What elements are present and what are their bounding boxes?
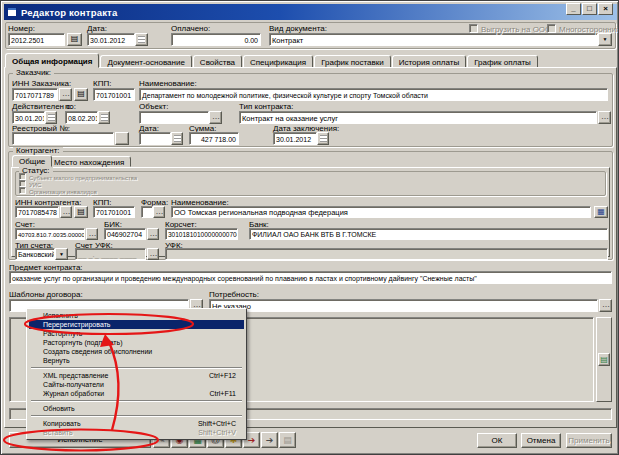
contractor-kpp-field[interactable]: 701701001 bbox=[93, 206, 135, 218]
doc-type-dropdown-button[interactable] bbox=[598, 33, 612, 46]
doc-type-combobox[interactable]: Контракт bbox=[269, 33, 598, 46]
date-label: Дата: bbox=[87, 25, 107, 33]
sum-field[interactable]: 427 718.00 bbox=[189, 132, 239, 145]
contract-type-label: Тип контракта: bbox=[239, 103, 293, 111]
customer-name-field[interactable]: Департамент по молодежной политике, физи… bbox=[139, 88, 608, 101]
app-icon bbox=[7, 7, 17, 17]
tab-strip: Общая информация Документ-основание Свой… bbox=[5, 53, 539, 68]
contractor-name-field[interactable]: ОО Томская региональная подводная федера… bbox=[171, 206, 591, 218]
menu-item-return[interactable]: Вернуть bbox=[29, 356, 244, 365]
multilateral-label: Многосторонний bbox=[559, 26, 619, 34]
account-type-combobox[interactable]: Банковский bbox=[15, 248, 55, 260]
apply-button: Применить bbox=[566, 433, 612, 448]
menu-separator bbox=[31, 415, 242, 417]
valid-to-label: по: bbox=[65, 103, 76, 111]
ok-button[interactable]: ОК bbox=[477, 433, 517, 448]
number-edit-button[interactable]: ▤ bbox=[67, 33, 82, 46]
object-label: Объект: bbox=[139, 103, 168, 111]
close-button[interactable]: × bbox=[598, 3, 613, 15]
customer-kpp-field[interactable]: 701701001 bbox=[93, 88, 135, 101]
tab-general-info[interactable]: Общая информация bbox=[5, 53, 99, 68]
bank-field[interactable]: ФИЛИАЛ ОАО БАНК ВТБ В Г.ТОМСКЕ bbox=[249, 228, 608, 240]
account-lookup-button[interactable] bbox=[86, 228, 98, 240]
disabled-org-checkbox[interactable] bbox=[19, 187, 26, 194]
menu-separator bbox=[31, 400, 242, 402]
valid-to-calendar-button[interactable] bbox=[98, 111, 110, 124]
templates-label: Шаблоны договора: bbox=[9, 291, 83, 299]
multilateral-checkbox[interactable] bbox=[547, 24, 556, 33]
disabled-org-label: Организация инвалидов bbox=[29, 188, 97, 196]
account-type-dropdown-button[interactable] bbox=[55, 248, 68, 260]
ufk-field[interactable] bbox=[165, 248, 608, 260]
registry-number-button[interactable] bbox=[115, 132, 129, 145]
upload-oos-checkbox[interactable] bbox=[469, 24, 478, 33]
registry-number-field[interactable] bbox=[12, 132, 114, 145]
send-icon[interactable]: ➔ bbox=[261, 432, 278, 448]
customer-inn-lookup-button[interactable] bbox=[59, 88, 72, 101]
menu-item-copy[interactable]: КопироватьShift+Ctrl+C bbox=[29, 419, 244, 428]
date-calendar-button[interactable] bbox=[135, 33, 148, 46]
menu-item-processing-log[interactable]: Журнал обработкиCtrl+F11 bbox=[29, 389, 244, 398]
menu-item-paste: ВставитьShift+Ctrl+V bbox=[29, 428, 244, 437]
customer-name-label: Наименование: bbox=[139, 80, 197, 88]
form-lookup-button[interactable] bbox=[153, 206, 165, 218]
registry-date-field[interactable] bbox=[139, 132, 171, 145]
contractor-inn-lookup-button[interactable] bbox=[60, 206, 72, 218]
upload-oos-label: Выгрузить на ООС bbox=[481, 26, 551, 34]
contractor-inn-field[interactable]: 7017085478 bbox=[15, 206, 59, 218]
valid-to-field[interactable]: 08.02.2012 bbox=[65, 111, 98, 124]
bik-lookup-button[interactable] bbox=[147, 228, 159, 240]
need-field[interactable]: Не указано bbox=[209, 299, 598, 312]
number-label: Номер: bbox=[8, 25, 35, 33]
cancel-button[interactable]: Отмена bbox=[521, 433, 561, 448]
number-field[interactable]: 2012.2501 bbox=[8, 33, 65, 46]
contract-type-lookup-button[interactable] bbox=[598, 111, 611, 124]
contractor-card-button[interactable]: ▤ bbox=[74, 206, 88, 218]
smb-label: Субъект малого предпринимательства bbox=[29, 174, 137, 182]
titlebar: Редактор контракта bbox=[4, 4, 617, 20]
list-doc-icon-button[interactable]: ▤ bbox=[598, 353, 610, 366]
minimize-button[interactable]: _ bbox=[566, 3, 581, 15]
menu-item-create-execution-info[interactable]: Создать сведения об исполнении bbox=[29, 347, 244, 356]
menu-item-refresh[interactable]: Обновить bbox=[29, 404, 244, 413]
paid-field[interactable]: 0.00 bbox=[171, 33, 261, 46]
ufk-account-lookup-button[interactable] bbox=[147, 248, 159, 260]
ufk-account-field[interactable]: __ _._ ____ ____ bbox=[75, 248, 146, 260]
account-field[interactable]: 40703.810.7.0035.0000027 bbox=[15, 228, 85, 240]
menu-item-terminate[interactable]: Расторгнуть bbox=[29, 329, 244, 338]
customer-card-button[interactable]: ▤ bbox=[74, 88, 88, 101]
save-contractor-icon-button[interactable]: ▦ bbox=[594, 206, 608, 218]
menu-item-terminate-sign[interactable]: Расторгнуть (подписать) bbox=[29, 338, 244, 347]
customer-group-title: Заказчик: bbox=[13, 69, 54, 77]
object-field[interactable] bbox=[139, 111, 209, 124]
object-lookup-button[interactable] bbox=[209, 111, 222, 124]
doc-type-label: Вид документа: bbox=[269, 25, 327, 33]
maximize-button[interactable]: □ bbox=[582, 3, 597, 15]
form-field[interactable] bbox=[141, 206, 153, 218]
menu-item-recipient-sites[interactable]: Сайты-получатели bbox=[29, 380, 244, 389]
conclusion-date-calendar-button[interactable] bbox=[317, 132, 329, 145]
customer-inn-field[interactable]: 7017071789 bbox=[12, 88, 58, 101]
subject-field[interactable]: оказание услуг по организации и проведен… bbox=[9, 271, 612, 284]
conclusion-date-field[interactable]: 30.01.2012 bbox=[273, 132, 317, 145]
uis-checkbox[interactable] bbox=[19, 180, 26, 187]
menu-item-reregister[interactable]: Перерегистрировать bbox=[29, 320, 244, 329]
need-lookup-button[interactable] bbox=[599, 299, 612, 312]
smb-checkbox[interactable] bbox=[19, 173, 26, 180]
customer-inn-label: ИНН Заказчика: bbox=[12, 80, 71, 88]
valid-from-calendar-button[interactable] bbox=[45, 111, 57, 124]
contract-type-field[interactable]: Контракт на оказание услуг bbox=[239, 111, 597, 124]
menu-item-xml-view[interactable]: XML представлениеCtrl+F12 bbox=[29, 371, 244, 380]
corr-account-field[interactable]: 30101810100000000704 bbox=[165, 228, 238, 240]
valid-from-field[interactable]: 30.01.2012 bbox=[12, 111, 45, 124]
bik-field[interactable]: 046902704 bbox=[104, 228, 146, 240]
paid-label: Оплачено: bbox=[171, 25, 210, 33]
date-field[interactable]: 30.01.2012 bbox=[87, 33, 135, 46]
contractor-tab-location[interactable]: Место нахождения bbox=[47, 156, 131, 167]
need-label: Потребность: bbox=[209, 291, 259, 299]
menu-item-execute[interactable]: Исполнить bbox=[29, 311, 244, 320]
registry-date-calendar-button[interactable] bbox=[171, 132, 183, 145]
customer-kpp-label: КПП: bbox=[93, 80, 111, 88]
menu-separator bbox=[31, 367, 242, 369]
copy-doc-icon[interactable]: ▤ bbox=[279, 432, 296, 448]
